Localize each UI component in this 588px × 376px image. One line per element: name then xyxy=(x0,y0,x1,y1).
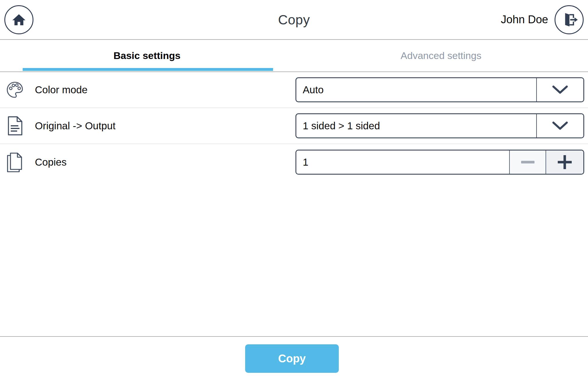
tab-advanced-settings[interactable]: Advanced settings xyxy=(294,40,588,71)
minus-icon xyxy=(521,161,535,164)
palette-icon xyxy=(5,80,24,99)
tab-bar: Basic settings Advanced settings xyxy=(0,40,588,72)
copy-button-label: Copy xyxy=(278,352,306,365)
original-output-dropdown[interactable]: 1 sided > 1 sided xyxy=(295,113,584,138)
settings-list: Color mode Auto Original -> Output xyxy=(0,72,588,180)
original-output-label: Original -> Output xyxy=(35,120,295,132)
logout-button[interactable] xyxy=(555,5,584,34)
copies-label: Copies xyxy=(35,156,295,168)
original-output-value[interactable]: 1 sided > 1 sided xyxy=(296,114,537,137)
chevron-down-icon xyxy=(552,121,569,130)
tab-basic-settings-label: Basic settings xyxy=(113,50,181,61)
page-title: Copy xyxy=(278,12,310,28)
copies-input[interactable] xyxy=(296,151,509,174)
document-icon xyxy=(5,116,24,136)
color-mode-dropdown[interactable]: Auto xyxy=(295,77,584,102)
tab-advanced-settings-label: Advanced settings xyxy=(401,50,482,61)
home-button[interactable] xyxy=(4,5,33,34)
copy-button[interactable]: Copy xyxy=(245,344,339,373)
copies-icon xyxy=(5,152,24,172)
copies-decrement-button[interactable] xyxy=(509,151,546,174)
header: Copy John Doe xyxy=(0,0,588,40)
original-output-dropdown-open[interactable] xyxy=(537,114,583,137)
color-mode-dropdown-open[interactable] xyxy=(537,78,583,101)
row-original-output: Original -> Output 1 sided > 1 sided xyxy=(0,108,588,144)
user-name: John Doe xyxy=(501,13,548,26)
tab-basic-settings[interactable]: Basic settings xyxy=(0,40,294,71)
row-color-mode: Color mode Auto xyxy=(0,72,588,108)
plus-icon xyxy=(557,155,572,170)
color-mode-label: Color mode xyxy=(35,84,295,96)
row-copies: Copies xyxy=(0,144,588,180)
chevron-down-icon xyxy=(552,85,569,94)
color-mode-value[interactable]: Auto xyxy=(296,78,537,101)
active-tab-underline xyxy=(23,68,273,71)
footer-divider xyxy=(0,336,588,337)
header-right: John Doe xyxy=(501,5,584,34)
copies-increment-button[interactable] xyxy=(546,151,583,174)
copies-stepper xyxy=(295,150,584,175)
logout-icon xyxy=(560,11,578,29)
home-icon xyxy=(11,12,27,28)
